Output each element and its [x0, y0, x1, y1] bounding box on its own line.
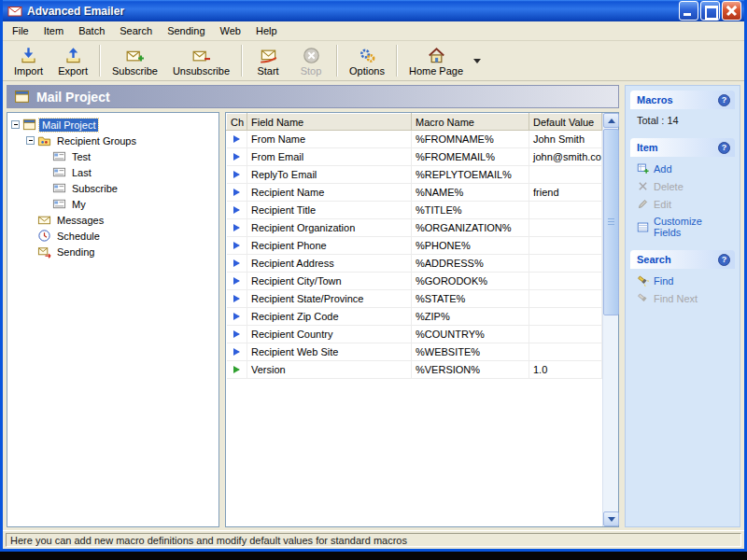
- titlebar[interactable]: Advanced Emailer: [3, 0, 744, 21]
- scrollbar-thumb[interactable]: [603, 129, 619, 315]
- import-icon: [20, 47, 37, 64]
- export-button[interactable]: Export: [50, 43, 95, 79]
- arrow-down-icon: [608, 517, 615, 522]
- home-page-dropdown[interactable]: [471, 43, 483, 78]
- find-next-link[interactable]: Find Next: [637, 292, 731, 304]
- macro-table-panel: Ch Field Name Macro Name Default Value: [225, 112, 619, 527]
- menu-sending[interactable]: Sending: [160, 22, 212, 39]
- recipient-groups-icon: [37, 133, 51, 147]
- close-button[interactable]: [722, 1, 741, 21]
- help-icon[interactable]: ?: [718, 254, 730, 266]
- delete-link[interactable]: Delete: [637, 180, 731, 192]
- collapse-expander-icon[interactable]: [11, 120, 20, 129]
- macro-item-icon: [233, 189, 240, 196]
- messages-icon: [37, 213, 51, 227]
- menu-help[interactable]: Help: [248, 22, 285, 39]
- tree-item-sending[interactable]: Sending: [9, 244, 217, 259]
- macros-section-title: Macros: [637, 94, 673, 105]
- table-row[interactable]: Recipient Web Site %WEBSITE%: [227, 343, 602, 361]
- tree-item-messages[interactable]: Messages: [9, 212, 217, 228]
- menu-search[interactable]: Search: [112, 22, 160, 39]
- macro-item-icon: [233, 242, 240, 249]
- table-row[interactable]: Recipient City/Town %GORODOK%: [227, 273, 602, 290]
- recipient-group-icon: [52, 149, 66, 163]
- desktop-screen: Advanced Emailer File Item Batch Search …: [0, 0, 747, 560]
- project-icon: [22, 118, 36, 132]
- customize-fields-link[interactable]: Customize Fields: [637, 216, 731, 238]
- tree-item-my[interactable]: My: [9, 196, 217, 212]
- table-row[interactable]: Recipient Zip Code %ZIP%: [227, 308, 602, 326]
- subscribe-icon: [126, 47, 144, 64]
- scroll-down-button[interactable]: [603, 511, 619, 526]
- find-flashlight-icon: [637, 274, 649, 287]
- menu-item[interactable]: Item: [36, 22, 71, 39]
- help-icon[interactable]: ?: [718, 94, 730, 106]
- menu-file[interactable]: File: [5, 22, 36, 39]
- scroll-up-button[interactable]: [603, 113, 619, 128]
- toolbar-separator: [336, 45, 338, 77]
- column-header-macro-name[interactable]: Macro Name: [412, 114, 529, 131]
- unsubscribe-button[interactable]: Unsubscribe: [165, 43, 237, 79]
- table-row[interactable]: From Email %FROMEMAIL% john@smith.com: [227, 148, 602, 166]
- start-button[interactable]: Start: [247, 43, 289, 79]
- macro-item-icon: [233, 330, 240, 338]
- macro-item-icon: [233, 135, 240, 143]
- subscribe-button[interactable]: Subscribe: [105, 43, 165, 79]
- home-page-button[interactable]: Home Page: [402, 43, 471, 79]
- menu-batch[interactable]: Batch: [71, 22, 112, 39]
- tree-item-mail-project[interactable]: Mail Project: [9, 117, 217, 133]
- table-row[interactable]: Recipient Title %TITLE%: [227, 202, 602, 219]
- table-row[interactable]: Version %VERSION% 1.0: [227, 361, 602, 379]
- macro-item-icon: [233, 171, 240, 178]
- column-header-field-name[interactable]: Field Name: [247, 114, 412, 131]
- toolbar: Import Export Subscribe Unsubscribe Star…: [3, 41, 744, 81]
- table-row[interactable]: Recipient Organization %ORGANIZATION%: [227, 219, 602, 237]
- options-icon: [359, 47, 376, 64]
- status-message: Here you can add new macro definitions a…: [6, 533, 741, 547]
- stop-icon: [303, 47, 320, 64]
- find-link[interactable]: Find: [637, 274, 731, 287]
- home-icon: [428, 47, 445, 64]
- tree-item-test[interactable]: Test: [9, 148, 217, 164]
- window-controls: [679, 1, 741, 21]
- tree-item-last[interactable]: Last: [9, 164, 217, 180]
- table-row[interactable]: ReplyTo Email %REPLYTOEMAIL%: [227, 166, 602, 184]
- import-button[interactable]: Import: [7, 43, 50, 79]
- status-bar: Here you can add new macro definitions a…: [3, 530, 744, 549]
- macro-item-icon: [233, 259, 240, 267]
- minimize-button[interactable]: [679, 1, 698, 21]
- recipient-group-icon: [52, 181, 66, 195]
- recipient-group-icon: [52, 197, 66, 211]
- customize-fields-icon: [637, 221, 649, 233]
- add-icon: [637, 162, 649, 175]
- tree-item-recipient-groups[interactable]: Recipient Groups: [9, 133, 217, 148]
- column-header-ch[interactable]: Ch: [227, 114, 247, 131]
- toolbar-separator: [241, 45, 243, 77]
- vertical-scrollbar[interactable]: [602, 113, 618, 526]
- tree-item-schedule[interactable]: Schedule: [9, 228, 217, 244]
- macro-item-icon: [233, 295, 240, 302]
- window-title: Advanced Emailer: [27, 5, 679, 18]
- unsubscribe-icon: [192, 47, 210, 64]
- maximize-button[interactable]: [700, 1, 720, 21]
- macro-item-icon: [233, 224, 240, 231]
- table-row[interactable]: Recipient State/Province %STATE%: [227, 290, 602, 308]
- table-row[interactable]: Recipient Name %NAME% friend: [227, 184, 602, 202]
- start-icon: [260, 47, 277, 64]
- help-icon[interactable]: ?: [718, 142, 730, 154]
- table-row[interactable]: Recipient Phone %PHONE%: [227, 237, 602, 255]
- stop-button[interactable]: Stop: [289, 43, 332, 79]
- tree-item-subscribe[interactable]: Subscribe: [9, 180, 217, 196]
- edit-link[interactable]: Edit: [637, 198, 731, 210]
- table-row[interactable]: From Name %FROMNAME% John Smith: [227, 131, 602, 148]
- column-header-default-value[interactable]: Default Value: [529, 114, 602, 131]
- options-button[interactable]: Options: [342, 43, 392, 79]
- table-row[interactable]: Recipient Country %COUNTRY%: [227, 326, 602, 343]
- table-row[interactable]: Recipient Address %ADDRESS%: [227, 255, 602, 273]
- macro-item-icon: [233, 348, 240, 356]
- collapse-expander-icon[interactable]: [26, 136, 35, 145]
- export-icon: [64, 47, 82, 64]
- search-section: Search ? Find Find Next: [630, 250, 735, 306]
- menu-web[interactable]: Web: [213, 22, 248, 39]
- add-link[interactable]: Add: [637, 162, 731, 175]
